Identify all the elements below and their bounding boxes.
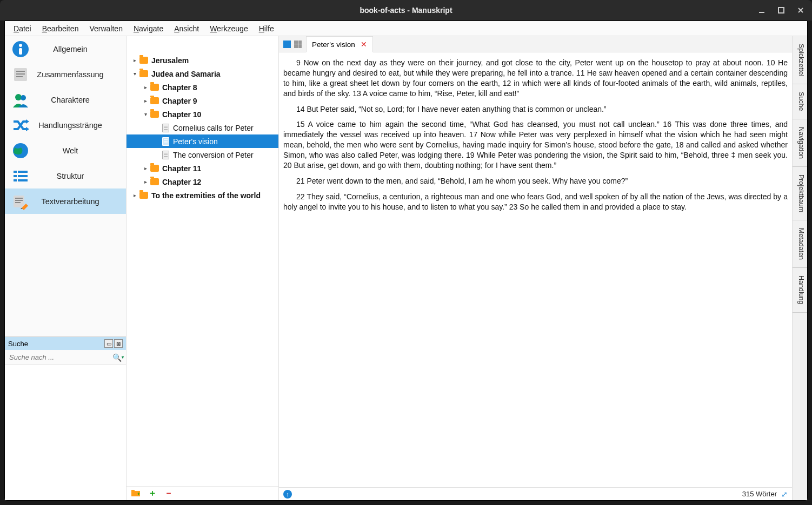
menu-werkzeuge[interactable]: Werkzeuge <box>204 23 254 35</box>
delete-button[interactable]: － <box>164 488 173 499</box>
nav-label: Welt <box>36 146 126 155</box>
tree-item[interactable]: ▸To the extremities of the world <box>127 188 278 202</box>
svg-rect-13 <box>18 171 28 173</box>
svg-rect-0 <box>759 12 764 13</box>
expander-icon[interactable]: ▸ <box>142 84 149 90</box>
rail-tab-suche[interactable]: Suche <box>793 84 807 119</box>
minimize-button[interactable] <box>754 2 770 18</box>
nav-item-edit[interactable]: Textverarbeitung <box>5 188 126 214</box>
tree-item[interactable]: The conversion of Peter <box>127 148 278 161</box>
expander-icon[interactable]: ▾ <box>142 111 149 117</box>
view-mode-grid-icon[interactable] <box>294 41 302 48</box>
tree-item-label: Chapter 9 <box>162 97 197 105</box>
view-mode-single-icon[interactable] <box>283 41 291 48</box>
nav-item-info[interactable]: Allgemein <box>5 36 126 62</box>
editor-paragraph[interactable]: 9 Now on the next day as they were on th… <box>283 58 788 99</box>
fullscreen-button[interactable]: ⤢ <box>781 490 788 499</box>
tree-item[interactable]: Cornelius calls for Peter <box>127 121 278 134</box>
svg-rect-16 <box>14 179 17 181</box>
nav-label: Charaktere <box>36 96 126 104</box>
expander-icon[interactable]: ▸ <box>142 98 149 104</box>
menu-bearbeiten[interactable]: Bearbeiten <box>37 23 84 35</box>
nav-item-people[interactable]: Charaktere <box>5 87 126 112</box>
menu-ansicht[interactable]: Ansicht <box>169 23 204 35</box>
expander-icon[interactable]: ▸ <box>131 192 138 198</box>
nav-label: Zusammenfassung <box>36 70 126 79</box>
search-panel-title: Suche <box>8 340 28 348</box>
tree-item[interactable]: ▸Jerusalem <box>127 53 278 67</box>
rail-tab-handlung[interactable]: Handlung <box>793 268 807 313</box>
close-button[interactable] <box>793 2 809 18</box>
maximize-button[interactable] <box>773 2 789 18</box>
status-bar: ↑ 315 Wörter ⤢ <box>279 487 792 500</box>
expander-icon[interactable]: ▸ <box>131 57 138 63</box>
project-tree[interactable]: ▸Jerusalem▾Judea and Samaria▸Chapter 8▸C… <box>127 36 278 486</box>
document-icon <box>162 137 169 146</box>
editor-paragraph[interactable]: 21 Peter went down to the men, and said,… <box>283 176 788 186</box>
svg-text:+: + <box>137 491 140 497</box>
tree-item[interactable]: ▸Chapter 9 <box>127 94 278 107</box>
tree-item[interactable]: ▸Chapter 12 <box>127 175 278 188</box>
folder-icon <box>150 111 159 118</box>
rail-tab-metadaten[interactable]: Metadaten <box>793 220 807 268</box>
tree-item[interactable]: ▸Chapter 11 <box>127 161 278 175</box>
folder-icon <box>139 70 148 77</box>
tab-title: Peter's vision <box>312 41 355 49</box>
nav-label: Struktur <box>36 172 126 180</box>
tree-item-label: Judea and Samaria <box>151 70 221 78</box>
nav-item-shuffle[interactable]: Handlungsstränge <box>5 112 126 138</box>
rail-tab-navigation[interactable]: Navigation <box>793 119 807 167</box>
search-input[interactable] <box>7 352 112 362</box>
menu-navigate[interactable]: Navigate <box>128 23 169 35</box>
expander-icon[interactable]: ▸ <box>142 179 149 185</box>
add-folder-button[interactable]: + <box>131 488 141 499</box>
tab-close-icon[interactable]: ✕ <box>361 40 367 49</box>
search-panel-header: Suche▭⊠ <box>5 337 126 350</box>
tree-item[interactable]: ▾Chapter 10 <box>127 107 278 121</box>
folder-icon <box>150 97 159 104</box>
expander-icon[interactable]: ▸ <box>142 165 149 171</box>
editor-paragraph[interactable]: 14 But Peter said, “Not so, Lord; for I … <box>283 104 788 115</box>
edit-icon <box>5 193 36 210</box>
list-icon <box>5 167 36 185</box>
go-up-button[interactable]: ↑ <box>283 490 292 499</box>
tree-item[interactable]: Peter's vision <box>127 134 278 148</box>
tab-strip: Peter's vision ✕ <box>279 36 792 52</box>
nav-item-summary[interactable]: Zusammenfassung <box>5 62 126 87</box>
expander-icon[interactable]: ▾ <box>131 71 138 77</box>
search-close-button[interactable]: ⊠ <box>114 339 123 348</box>
svg-rect-6 <box>16 71 25 72</box>
rail-tab-spickzettel[interactable]: Spickzettel <box>793 36 807 84</box>
editor-paragraph[interactable]: 15 A voice came to him again the second … <box>283 119 788 170</box>
menubar: Datei Bearbeiten Verwalten Navigate Ansi… <box>5 21 807 36</box>
nav-item-globe[interactable]: Welt <box>5 138 126 163</box>
tab-peters-vision[interactable]: Peter's vision ✕ <box>306 36 373 52</box>
nav-item-list[interactable]: Struktur <box>5 163 126 188</box>
nav-label: Allgemein <box>36 45 126 53</box>
editor-body[interactable]: 9 Now on the next day as they were on th… <box>279 52 792 487</box>
word-count: 315 Wörter <box>742 490 777 498</box>
tree-item-label: Chapter 8 <box>162 83 197 92</box>
rail-tab-projektbaum[interactable]: Projektbaum <box>793 167 807 220</box>
tree-item-label: To the extremities of the world <box>151 191 261 200</box>
editor-paragraph[interactable]: 22 They said, “Cornelius, a centurion, a… <box>283 192 788 212</box>
svg-rect-4 <box>19 48 22 55</box>
menu-hilfe[interactable]: Hilfe <box>254 23 279 35</box>
svg-point-3 <box>19 44 22 47</box>
menu-verwalten[interactable]: Verwalten <box>84 23 128 35</box>
svg-rect-14 <box>14 175 17 177</box>
svg-rect-8 <box>16 76 23 77</box>
titlebar[interactable]: book-of-acts - Manuskript <box>0 0 812 21</box>
svg-rect-12 <box>14 171 17 173</box>
menu-datei[interactable]: Datei <box>8 23 37 35</box>
document-icon <box>162 151 169 159</box>
summary-icon <box>5 66 36 83</box>
add-document-button[interactable]: ＋ <box>148 488 157 499</box>
svg-rect-19 <box>15 198 23 199</box>
tree-item[interactable]: ▾Judea and Samaria <box>127 67 278 80</box>
search-undock-button[interactable]: ▭ <box>104 339 113 348</box>
tree-item-label: Chapter 10 <box>162 110 201 119</box>
tree-item[interactable]: ▸Chapter 8 <box>127 80 278 94</box>
search-go-button[interactable]: 🔍▾ <box>112 353 124 362</box>
svg-rect-7 <box>16 73 25 75</box>
